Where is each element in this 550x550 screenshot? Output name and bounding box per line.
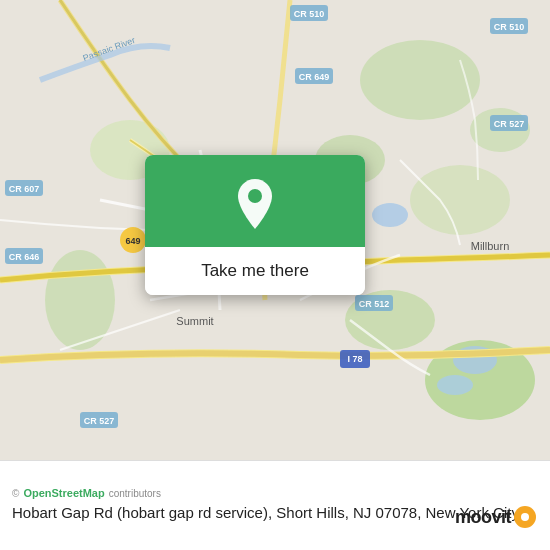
contributors-text: contributors [109,488,161,499]
svg-text:CR 649: CR 649 [299,72,330,82]
attribution-text: © OpenStreetMap contributors [12,487,538,499]
take-me-there-button[interactable]: Take me there [145,247,365,295]
svg-text:CR 510: CR 510 [294,9,325,19]
svg-text:CR 607: CR 607 [9,184,40,194]
svg-text:I 78: I 78 [347,354,362,364]
svg-text:Millburn: Millburn [471,240,510,252]
svg-text:CR 646: CR 646 [9,252,40,262]
svg-point-11 [437,375,473,395]
osm-logo: OpenStreetMap [23,487,104,499]
svg-point-1 [360,40,480,120]
svg-text:CR 512: CR 512 [359,299,390,309]
moovit-dot-icon [514,506,536,528]
copyright-symbol: © [12,488,19,499]
svg-point-2 [410,165,510,235]
svg-text:649: 649 [125,236,140,246]
bottom-bar: © OpenStreetMap contributors Hobart Gap … [0,460,550,550]
location-pin-icon [232,177,278,231]
svg-point-35 [248,189,262,203]
svg-text:CR 510: CR 510 [494,22,525,32]
svg-text:CR 527: CR 527 [494,119,525,129]
popup-card: Take me there [145,155,365,295]
svg-point-9 [372,203,408,227]
svg-text:CR 527: CR 527 [84,416,115,426]
map-container: CR 510 CR 510 CR 649 CR 527 CR 607 CR 64… [0,0,550,550]
moovit-logo: moovit [455,506,536,528]
moovit-brand-text: moovit [455,507,511,528]
popup-green-header [145,155,365,247]
svg-text:Summit: Summit [176,315,213,327]
